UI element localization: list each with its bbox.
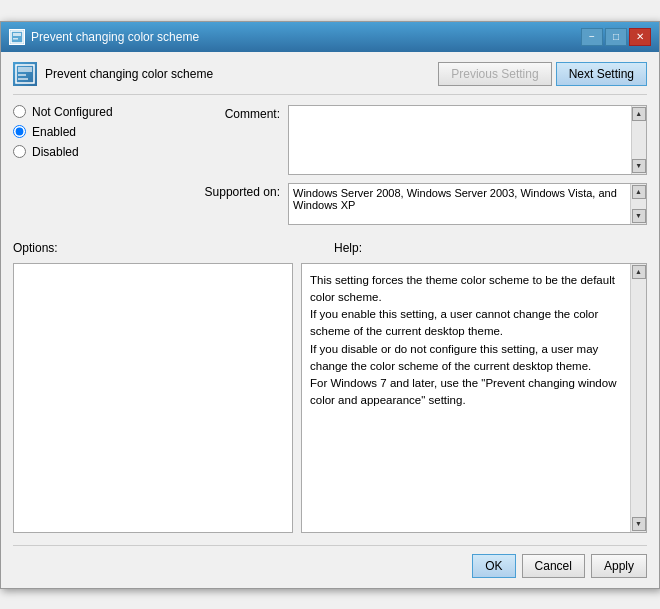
main-window: Prevent changing color scheme − □ ✕ Pre [0,21,660,589]
window-title: Prevent changing color scheme [31,30,199,44]
previous-setting-button[interactable]: Previous Setting [438,62,551,86]
svg-rect-4 [18,67,32,72]
next-setting-button[interactable]: Next Setting [556,62,647,86]
radio-group: Not Configured Enabled Disabled [13,105,188,159]
supported-box: Windows Server 2008, Windows Server 2003… [288,183,647,225]
disabled-radio[interactable] [13,145,26,158]
not-configured-label: Not Configured [32,105,113,119]
supported-scrollbar: ▲ ▼ [630,184,646,224]
comment-row: Comment: ▲ ▼ [198,105,647,175]
content-area: Prevent changing color scheme Previous S… [1,52,659,588]
svg-rect-5 [18,74,26,76]
help-scroll-down[interactable]: ▼ [632,517,646,531]
left-panel: Not Configured Enabled Disabled [13,105,198,233]
supported-scroll-down[interactable]: ▼ [632,209,646,223]
title-bar: Prevent changing color scheme − □ ✕ [1,22,659,52]
right-panel: Comment: ▲ ▼ Supported on: Windows Serve… [198,105,647,233]
comment-label: Comment: [198,105,288,121]
svg-rect-6 [18,78,28,80]
scroll-down-btn[interactable]: ▼ [632,159,646,173]
svg-rect-2 [13,38,18,40]
help-para-3: If you disable or do not configure this … [310,341,622,376]
minimize-button[interactable]: − [581,28,603,46]
help-label: Help: [334,241,647,255]
enabled-label: Enabled [32,125,76,139]
help-para-1: This setting forces the theme color sche… [310,272,622,307]
title-bar-controls: − □ ✕ [581,28,651,46]
two-panel-section: This setting forces the theme color sche… [13,263,647,533]
header-section: Prevent changing color scheme Previous S… [13,62,647,95]
title-bar-left: Prevent changing color scheme [9,29,199,45]
enabled-radio[interactable] [13,125,26,138]
supported-label: Supported on: [198,183,288,199]
help-panel: This setting forces the theme color sche… [301,263,647,533]
help-text: This setting forces the theme color sche… [302,264,630,532]
not-configured-radio[interactable] [13,105,26,118]
comment-input[interactable] [289,106,631,174]
panel-labels: Options: Help: [13,241,647,255]
header-title: Prevent changing color scheme [45,67,213,81]
radio-disabled: Disabled [13,145,188,159]
options-label: Options: [13,241,326,255]
radio-enabled: Enabled [13,125,188,139]
help-scroll-up[interactable]: ▲ [632,265,646,279]
comment-box: ▲ ▼ [288,105,647,175]
supported-scroll-up[interactable]: ▲ [632,185,646,199]
svg-rect-0 [11,31,23,43]
maximize-button[interactable]: □ [605,28,627,46]
header-icon [13,62,37,86]
help-scrollbar: ▲ ▼ [630,264,646,532]
supported-row: Supported on: Windows Server 2008, Windo… [198,183,647,225]
help-para-2: If you enable this setting, a user canno… [310,306,622,341]
radio-not-configured: Not Configured [13,105,188,119]
svg-rect-1 [13,33,21,36]
header-buttons: Previous Setting Next Setting [438,62,647,86]
window-icon [9,29,25,45]
comment-scrollbar: ▲ ▼ [631,106,646,174]
options-panel [13,263,293,533]
help-para-4: For Windows 7 and later, use the "Preven… [310,375,622,410]
cancel-button[interactable]: Cancel [522,554,585,578]
apply-button[interactable]: Apply [591,554,647,578]
supported-value: Windows Server 2008, Windows Server 2003… [289,184,630,224]
scroll-up-btn[interactable]: ▲ [632,107,646,121]
ok-button[interactable]: OK [472,554,515,578]
header-left: Prevent changing color scheme [13,62,213,86]
close-button[interactable]: ✕ [629,28,651,46]
disabled-label: Disabled [32,145,79,159]
bottom-buttons: OK Cancel Apply [13,545,647,578]
main-area: Not Configured Enabled Disabled Comm [13,105,647,233]
